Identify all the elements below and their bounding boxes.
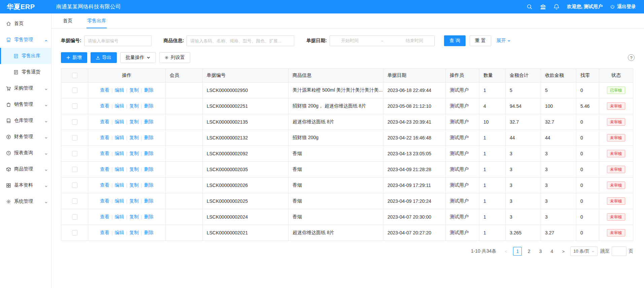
sidebar-item-finance[interactable]: 财务管理 [0, 129, 51, 145]
row-checkbox[interactable] [72, 214, 77, 220]
tab-retail-out[interactable]: 零售出库 [87, 14, 107, 28]
view-link[interactable]: 查看 [100, 151, 109, 157]
view-link[interactable]: 查看 [100, 87, 109, 93]
sidebar-item-retail-return[interactable]: 零售退货 [0, 64, 51, 80]
page-number-1[interactable]: 1 [513, 247, 522, 256]
cell-operator: 测试用户 [446, 114, 479, 130]
jump-input[interactable] [612, 247, 626, 256]
row-checkbox[interactable] [72, 167, 77, 172]
reset-button[interactable]: 重 置 [470, 35, 491, 46]
row-checkbox[interactable] [72, 103, 77, 109]
sidebar-item-label: 商品管理 [14, 166, 33, 172]
sidebar-item-products[interactable]: 商品管理 [0, 161, 51, 177]
delete-link[interactable]: 删除 [144, 166, 154, 172]
status-badge: 已审核 [607, 87, 625, 94]
sidebar-item-sales[interactable]: 销售管理 [0, 96, 51, 113]
copy-link[interactable]: 复制 [129, 182, 139, 188]
view-link[interactable]: 查看 [100, 103, 109, 109]
sidebar-item-retail-out[interactable]: 零售出库 [0, 48, 51, 64]
edit-link[interactable]: 编辑 [115, 151, 124, 157]
delete-link[interactable]: 删除 [144, 214, 154, 220]
edit-link[interactable]: 编辑 [115, 182, 124, 188]
delete-link[interactable]: 删除 [144, 230, 154, 236]
edit-link[interactable]: 编辑 [115, 135, 124, 141]
help-icon[interactable]: ? [628, 54, 635, 61]
page-number-4[interactable]: 4 [547, 247, 556, 256]
row-checkbox[interactable] [72, 119, 77, 125]
view-link[interactable]: 查看 [100, 135, 109, 141]
edit-link[interactable]: 编辑 [115, 230, 124, 236]
delete-link[interactable]: 删除 [144, 135, 154, 141]
search-button[interactable]: 查 询 [444, 35, 466, 46]
delete-link[interactable]: 删除 [144, 119, 154, 125]
copy-link[interactable]: 复制 [129, 230, 139, 236]
delete-link[interactable]: 删除 [144, 198, 154, 204]
row-checkbox[interactable] [72, 230, 77, 235]
edit-link[interactable]: 编辑 [115, 119, 124, 125]
delete-link[interactable]: 删除 [144, 103, 154, 109]
sidebar-item-reports[interactable]: 报表查询 [0, 145, 51, 161]
copy-link[interactable]: 复制 [129, 87, 139, 93]
view-link[interactable]: 查看 [100, 230, 109, 236]
row-checkbox[interactable] [72, 198, 77, 204]
date-start-placeholder[interactable]: 开始时间 [341, 38, 359, 44]
sidebar-item-basic[interactable]: 基本资料 [0, 177, 51, 193]
copy-link[interactable]: 复制 [129, 135, 139, 141]
platform-icon[interactable] [540, 4, 546, 10]
add-button[interactable]: 新增 [61, 52, 87, 63]
date-end-placeholder[interactable]: 结束时间 [406, 38, 423, 44]
topbar-right: 欢迎您, 测试用户 退出登录 [527, 4, 644, 10]
column-settings-button[interactable]: 列设置 [159, 52, 190, 63]
edit-link[interactable]: 编辑 [115, 214, 124, 220]
link-divider: | [111, 151, 113, 156]
bill-no-input[interactable] [84, 35, 151, 46]
row-checkbox[interactable] [72, 135, 77, 140]
select-all-checkbox[interactable] [72, 73, 77, 78]
row-checkbox[interactable] [72, 183, 77, 188]
copy-link[interactable]: 复制 [129, 198, 139, 204]
app-logo[interactable]: 华夏ERP [0, 2, 52, 11]
expand-link[interactable]: 展开 [497, 38, 511, 44]
sidebar-item-retail[interactable]: 零售管理 [0, 32, 51, 48]
page-number-2[interactable]: 2 [524, 247, 533, 256]
copy-link[interactable]: 复制 [129, 103, 139, 109]
edit-link[interactable]: 编辑 [115, 198, 124, 204]
notification-icon[interactable] [553, 4, 560, 10]
edit-link[interactable]: 编辑 [115, 87, 124, 93]
view-link[interactable]: 查看 [100, 119, 109, 125]
sidebar-item-system[interactable]: 系统管理 [0, 193, 51, 210]
view-link[interactable]: 查看 [100, 166, 109, 172]
date-range-picker[interactable]: 开始时间 ~ 结束时间 [330, 35, 435, 46]
toolbar: 新增 导出 批量操作 列设置 ? [61, 52, 635, 63]
delete-link[interactable]: 删除 [144, 151, 154, 157]
copy-link[interactable]: 复制 [129, 166, 139, 172]
prev-page-icon[interactable]: < [502, 247, 510, 256]
page-number-3[interactable]: 3 [536, 247, 545, 256]
logout-button[interactable]: 退出登录 [610, 4, 636, 10]
status-badge: 未审核 [607, 150, 625, 157]
delete-link[interactable]: 删除 [144, 182, 154, 188]
edit-link[interactable]: 编辑 [115, 166, 124, 172]
sidebar: 首页 零售管理 零售出库 零售退货 采购管理 销售管理 [0, 13, 52, 288]
copy-link[interactable]: 复制 [129, 151, 139, 157]
sidebar-item-purchase[interactable]: 采购管理 [0, 80, 51, 96]
copy-link[interactable]: 复制 [129, 214, 139, 220]
tab-home[interactable]: 首页 [62, 14, 73, 28]
sidebar-item-home[interactable]: 首页 [0, 15, 51, 32]
product-info-input[interactable] [187, 35, 294, 46]
export-button[interactable]: 导出 [91, 52, 117, 63]
page-size-select[interactable]: 10 条/页 [570, 247, 598, 256]
copy-link[interactable]: 复制 [129, 119, 139, 125]
row-checkbox[interactable] [72, 151, 77, 156]
delete-link[interactable]: 删除 [144, 87, 154, 93]
edit-link[interactable]: 编辑 [115, 103, 124, 109]
batch-actions-button[interactable]: 批量操作 [120, 52, 156, 63]
view-link[interactable]: 查看 [100, 182, 109, 188]
next-page-icon[interactable]: > [559, 247, 568, 256]
view-link[interactable]: 查看 [100, 214, 109, 220]
sidebar-item-warehouse[interactable]: 仓库管理 [0, 113, 51, 129]
view-link[interactable]: 查看 [100, 198, 109, 204]
row-checkbox[interactable] [72, 88, 77, 93]
search-icon[interactable] [527, 4, 533, 10]
cell-qty: 1 [479, 225, 506, 241]
